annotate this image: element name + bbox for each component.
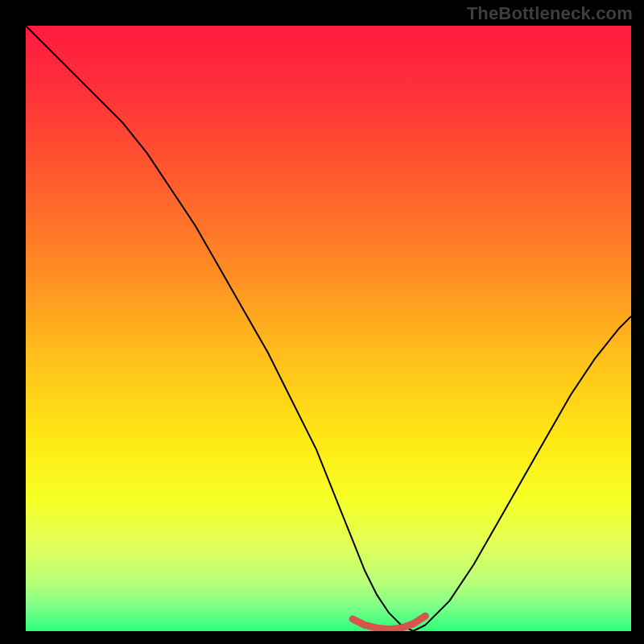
chart-frame: TheBottleneck.com [0, 0, 644, 644]
watermark-text: TheBottleneck.com [467, 3, 633, 24]
bottleneck-chart [26, 26, 631, 631]
plot-area [26, 26, 631, 631]
